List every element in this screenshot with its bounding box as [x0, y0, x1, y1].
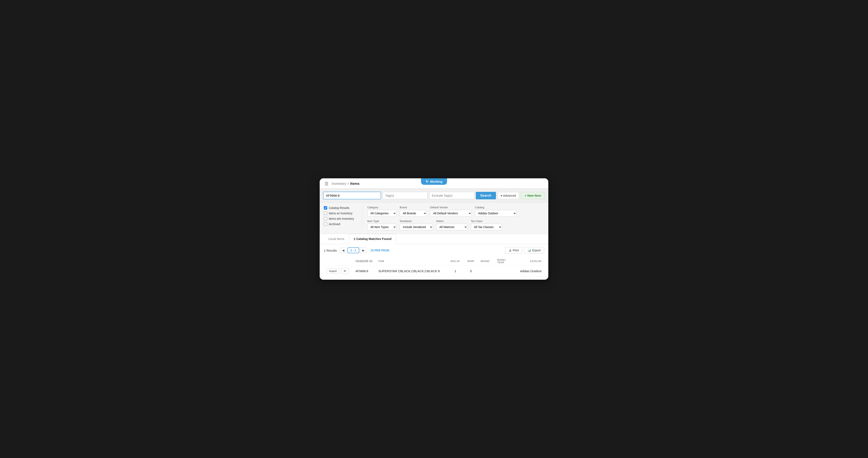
- row-actions: Import 👁: [326, 268, 350, 274]
- item-cell: SUPERSTAR CBLACK,CBLACK,CBLACK 8: [376, 265, 447, 277]
- advanced-label: Advanced: [503, 194, 516, 197]
- search-input[interactable]: [323, 192, 381, 199]
- vendor-select[interactable]: All Default Vendors: [430, 210, 472, 217]
- matrix-label: Matrix: [436, 220, 467, 223]
- taxclass-select[interactable]: All Tax Classes: [471, 224, 502, 230]
- breadcrumb-current: Items: [350, 182, 360, 185]
- refresh-icon: ↻: [426, 179, 428, 183]
- tags-input[interactable]: [383, 192, 428, 199]
- pagination: ◀ 1 - 1 ▶: [340, 248, 367, 253]
- box-of-cell: 1: [447, 265, 464, 277]
- breadcrumb-inventory: Inventory: [332, 182, 346, 185]
- filter-row-2: Item Type All Item Types Serialized Incl…: [367, 220, 544, 230]
- vendor-label: Default Vendor: [430, 206, 472, 209]
- tab-local-items[interactable]: Local Items: [324, 234, 349, 244]
- brand-cell: [478, 265, 495, 277]
- new-item-button[interactable]: + New Item: [521, 192, 545, 199]
- results-header: 1 Results ◀ 1 - 1 ▶ 15 PER PAGE 🖨 Print …: [324, 247, 544, 254]
- col-msrp: MSRP: [464, 257, 478, 265]
- items-w-inventory-checkbox[interactable]: [324, 211, 327, 215]
- col-item: ITEM: [376, 257, 447, 265]
- tab-catalog-matches[interactable]: 1 Catalog Matches Found: [349, 234, 396, 244]
- category-label: Category: [367, 206, 396, 209]
- prev-page-button[interactable]: ◀: [340, 248, 347, 253]
- menu-icon: ☰: [325, 181, 329, 186]
- model-year-cell: [495, 265, 516, 277]
- export-icon: 📊: [528, 249, 531, 252]
- brand-filter-group: Brand All Brands: [400, 206, 427, 217]
- archived-checkbox-label[interactable]: Archived: [324, 223, 357, 226]
- col-box-of: BOX OF: [447, 257, 464, 265]
- matrix-select[interactable]: All Matrices: [436, 224, 467, 230]
- archived-label: Archived: [329, 223, 340, 226]
- breadcrumb: Inventory > Items: [332, 182, 360, 186]
- filter-dropdowns: Category All Categories Brand All Brands…: [367, 206, 544, 230]
- filter-checkboxes: Catalog Results Items w/ Inventory Items…: [324, 206, 357, 230]
- col-model-year: MODEL YEAR: [495, 257, 516, 265]
- print-button[interactable]: 🖨 Print: [505, 247, 522, 254]
- catalog-label: Catalog: [475, 206, 517, 209]
- category-filter-group: Category All Categories: [367, 206, 396, 217]
- itemtype-filter-group: Item Type All Item Types: [367, 220, 396, 230]
- results-table-container: VENDOR ID ITEM BOX OF MSRP BRAND MODEL Y…: [324, 257, 544, 277]
- matrix-filter-group: Matrix All Matrices: [436, 220, 467, 230]
- catalog-results-checkbox[interactable]: [324, 206, 327, 209]
- print-label: Print: [513, 249, 519, 252]
- results-table: VENDOR ID ITEM BOX OF MSRP BRAND MODEL Y…: [324, 257, 544, 277]
- per-page-selector[interactable]: 15 PER PAGE: [371, 249, 390, 252]
- catalog-results-checkbox-label[interactable]: Catalog Results: [324, 206, 357, 209]
- results-count: 1 Results: [324, 249, 337, 252]
- col-actions: [324, 257, 353, 265]
- catalog-cell: Adidas Outdoor: [516, 265, 544, 277]
- items-wo-inventory-checkbox[interactable]: [324, 217, 327, 220]
- itemtype-select[interactable]: All Item Types: [367, 224, 396, 230]
- filter-row-1: Category All Categories Brand All Brands…: [367, 206, 544, 217]
- itemtype-label: Item Type: [367, 220, 396, 223]
- breadcrumb-separator: >: [347, 182, 350, 185]
- export-button[interactable]: 📊 Export: [524, 247, 544, 254]
- brand-label: Brand: [400, 206, 427, 209]
- category-select[interactable]: All Categories: [367, 210, 396, 217]
- next-page-button[interactable]: ▶: [360, 248, 367, 253]
- import-button[interactable]: Import: [326, 268, 339, 274]
- advanced-button[interactable]: ▾ Advanced: [498, 192, 519, 199]
- items-w-inventory-checkbox-label[interactable]: Items w/ Inventory: [324, 211, 357, 215]
- export-label: Export: [532, 249, 540, 252]
- serialized-label: Serialized: [400, 220, 433, 223]
- search-button[interactable]: Search: [476, 192, 496, 199]
- eye-icon: 👁: [343, 269, 346, 273]
- brand-select[interactable]: All Brands: [400, 210, 427, 217]
- preview-button[interactable]: 👁: [341, 268, 349, 274]
- serialized-filter-group: Serialized Include Serialized: [400, 220, 433, 230]
- exclude-tags-input[interactable]: [429, 192, 474, 199]
- taxclass-filter-group: Tax Class All Tax Classes: [471, 220, 502, 230]
- print-icon: 🖨: [508, 249, 512, 252]
- tabs: Local Items 1 Catalog Matches Found: [320, 234, 548, 244]
- results-area: 1 Results ◀ 1 - 1 ▶ 15 PER PAGE 🖨 Print …: [320, 244, 548, 280]
- col-catalog: CATALOG: [516, 257, 544, 265]
- catalog-select[interactable]: Adidas Outdoor: [475, 210, 517, 217]
- col-brand: BRAND: [478, 257, 495, 265]
- msrp-cell: 0: [464, 265, 478, 277]
- chevron-down-icon: ▾: [501, 194, 502, 197]
- items-wo-inventory-label: Items w/o Inventory: [329, 217, 354, 220]
- table-row: Import 👁 AF5666-8 SUPERSTAR CBLACK,CBLAC…: [324, 265, 544, 277]
- filters-section: Catalog Results Items w/ Inventory Items…: [320, 202, 548, 234]
- row-actions-cell: Import 👁: [324, 265, 353, 277]
- results-actions: 🖨 Print 📊 Export: [505, 247, 544, 254]
- archived-checkbox[interactable]: [324, 223, 327, 226]
- items-wo-inventory-checkbox-label[interactable]: Items w/o Inventory: [324, 217, 357, 220]
- vendor-id-cell: AF5666-8: [353, 265, 376, 277]
- search-bar: Search ▾ Advanced + New Item: [320, 189, 548, 202]
- app-window: ☰ Inventory > Items ↻ Working Search ▾ A…: [320, 178, 548, 280]
- table-header-row: VENDOR ID ITEM BOX OF MSRP BRAND MODEL Y…: [324, 257, 544, 265]
- catalog-filter-group: Catalog Adidas Outdoor: [475, 206, 517, 217]
- col-vendor-id: VENDOR ID: [353, 257, 376, 265]
- items-w-inventory-label: Items w/ Inventory: [329, 211, 352, 215]
- serialized-select[interactable]: Include Serialized: [400, 224, 433, 230]
- working-label: Working: [430, 180, 442, 183]
- taxclass-label: Tax Class: [471, 220, 502, 223]
- catalog-results-label: Catalog Results: [329, 206, 349, 209]
- page-current: 1 - 1: [347, 248, 359, 253]
- working-badge: ↻ Working: [421, 178, 447, 185]
